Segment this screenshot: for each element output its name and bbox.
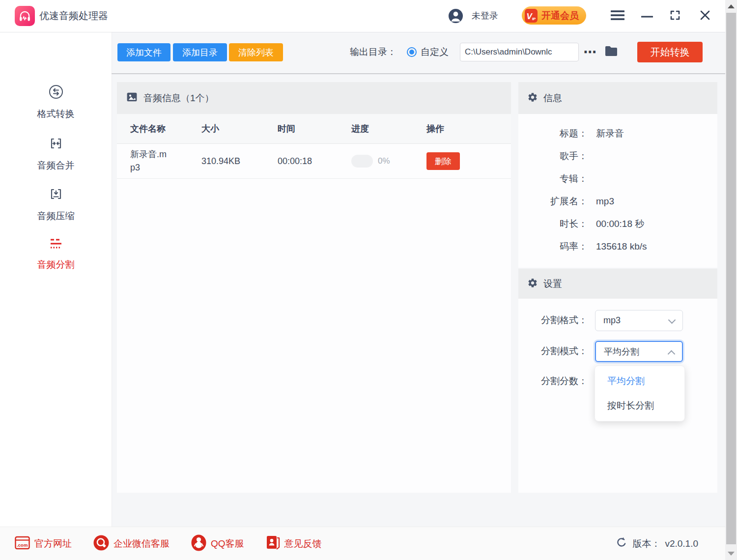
col-size: 大小 — [201, 123, 278, 135]
custom-radio[interactable] — [407, 47, 417, 57]
col-time: 时间 — [278, 123, 351, 135]
format-convert-icon — [48, 84, 64, 102]
version-value: v2.0.1.0 — [665, 538, 698, 549]
file-name: 新录音.mp3 — [117, 148, 201, 174]
version-label: 版本： — [632, 537, 660, 550]
open-folder-icon[interactable] — [604, 45, 618, 59]
qq-service-icon — [191, 534, 206, 553]
login-status[interactable]: 未登录 — [472, 0, 498, 32]
settings-section-title: 设置 — [543, 278, 562, 290]
open-vip-label: 开通会员 — [541, 9, 579, 22]
info-section-title: 信息 — [543, 92, 562, 105]
version-info: 版本： v2.0.1.0 — [615, 527, 698, 560]
split-mode-label: 分割模式： — [518, 345, 588, 358]
start-convert-button[interactable]: 开始转换 — [637, 42, 703, 62]
maximize-button[interactable] — [664, 0, 686, 32]
action-cell: 删除 — [426, 152, 511, 170]
audio-info-icon — [126, 91, 138, 105]
minimize-icon — [641, 12, 653, 21]
close-button[interactable] — [694, 0, 716, 32]
sidebar-item-audio-compress[interactable]: 音频压缩 — [0, 186, 112, 223]
sidebar-item-format-convert[interactable]: 格式转换 — [0, 84, 112, 120]
vip-badge-icon: V IP — [525, 9, 538, 23]
toolbar-divider — [112, 73, 725, 74]
output-path-input[interactable] — [460, 43, 579, 61]
col-progress: 进度 — [351, 123, 426, 135]
file-time: 00:00:18 — [278, 156, 351, 167]
gear-icon — [527, 278, 538, 290]
title-bar: 优速音频处理器 未登录 V IP 开通会员 — [0, 0, 725, 32]
sidebar-item-audio-merge[interactable]: 音频合并 — [0, 136, 112, 172]
table-header-row: 文件名称 大小 时间 进度 操作 — [117, 114, 511, 144]
file-list-header: 音频信息（1个） — [117, 82, 511, 114]
col-filename: 文件名称 — [117, 123, 201, 135]
sidebar-item-label: 音频合并 — [37, 159, 75, 172]
sidebar-item-label: 音频压缩 — [37, 210, 75, 223]
chevron-up-icon — [668, 350, 676, 358]
right-panel: 信息 标题： 新录音 歌手： 专辑： 扩展名： mp3 时长： 00:00:18… — [518, 82, 717, 493]
official-website-link[interactable]: .com 官方网址 — [15, 536, 72, 552]
settings-section-header: 设置 — [518, 269, 717, 299]
open-vip-button[interactable]: V IP 开通会员 — [522, 6, 586, 25]
info-section-body: 标题： 新录音 歌手： 专辑： 扩展名： mp3 时长： 00:00:18 秒 … — [518, 114, 717, 268]
info-row-extension: 扩展名： mp3 — [518, 190, 717, 213]
minimize-button[interactable] — [636, 0, 658, 32]
split-format-select[interactable]: mp3 — [595, 310, 683, 331]
scrollbar-thumb[interactable] — [726, 13, 736, 544]
maximize-icon — [670, 10, 680, 23]
footer-bar: .com 官方网址 企业微信客服 QQ客服 — [0, 527, 725, 560]
progress-bar — [351, 155, 373, 168]
browse-more-button[interactable]: ⋯ — [583, 41, 597, 63]
split-mode-select[interactable]: 平均分割 — [595, 341, 683, 362]
close-icon — [700, 10, 710, 22]
file-size: 310.94KB — [201, 156, 278, 167]
scrollbar-down-arrow[interactable] — [728, 552, 735, 556]
sidebar: 格式转换 音频合并 音频压缩 — [0, 32, 112, 527]
window-scrollbar — [725, 0, 737, 560]
app-title: 优速音频处理器 — [39, 0, 108, 32]
file-list-title: 音频信息（1个） — [143, 92, 214, 105]
info-row-album: 专辑： — [518, 168, 717, 190]
dropdown-option-average-split[interactable]: 平均分割 — [595, 369, 684, 393]
info-row-title: 标题： 新录音 — [518, 122, 717, 145]
audio-split-icon — [48, 237, 64, 252]
add-directory-button[interactable]: 添加目录 — [173, 43, 227, 61]
output-dir-label: 输出目录： — [350, 47, 397, 57]
app-logo-icon — [15, 6, 35, 26]
user-avatar-icon[interactable] — [448, 8, 463, 26]
info-row-bitrate: 码率： 135618 kb/s — [518, 235, 717, 258]
sidebar-item-label: 音频分割 — [37, 258, 75, 271]
delete-button[interactable]: 删除 — [426, 152, 460, 170]
dropdown-option-by-duration[interactable]: 按时长分割 — [595, 393, 684, 418]
update-refresh-icon[interactable] — [615, 536, 628, 551]
qq-service-link[interactable]: QQ客服 — [191, 534, 244, 553]
wechat-service-icon — [93, 535, 109, 553]
scrollbar-up-arrow[interactable] — [728, 4, 735, 8]
feedback-icon — [266, 535, 280, 552]
col-action: 操作 — [426, 123, 511, 135]
hamburger-icon — [611, 9, 624, 23]
audio-merge-icon — [48, 136, 64, 153]
add-file-button[interactable]: 添加文件 — [117, 43, 170, 61]
info-row-artist: 歌手： — [518, 145, 717, 168]
split-count-label: 分割分数： — [518, 375, 588, 388]
gear-icon — [527, 92, 538, 105]
audio-compress-icon — [48, 186, 64, 204]
progress-percent: 0% — [378, 156, 390, 166]
website-icon: .com — [15, 536, 30, 552]
split-format-label: 分割格式： — [518, 314, 588, 327]
progress-cell: 0% — [351, 155, 426, 168]
info-row-duration: 时长： 00:00:18 秒 — [518, 213, 717, 235]
chevron-down-icon — [668, 316, 676, 324]
file-list-panel: 音频信息（1个） 文件名称 大小 时间 进度 操作 新录音.mp3 310.94… — [117, 82, 511, 493]
svg-text:.com: .com — [17, 542, 28, 547]
feedback-link[interactable]: 意见反馈 — [266, 535, 322, 552]
custom-radio-label: 自定义 — [421, 47, 449, 57]
sidebar-item-audio-split[interactable]: 音频分割 — [0, 237, 112, 271]
clear-list-button[interactable]: 清除列表 — [229, 43, 283, 61]
wechat-service-link[interactable]: 企业微信客服 — [93, 535, 170, 553]
split-mode-dropdown: 平均分割 按时长分割 — [595, 365, 685, 421]
table-row: 新录音.mp3 310.94KB 00:00:18 0% 删除 — [117, 144, 511, 179]
menu-button[interactable] — [606, 0, 629, 32]
info-section-header: 信息 — [518, 82, 717, 114]
